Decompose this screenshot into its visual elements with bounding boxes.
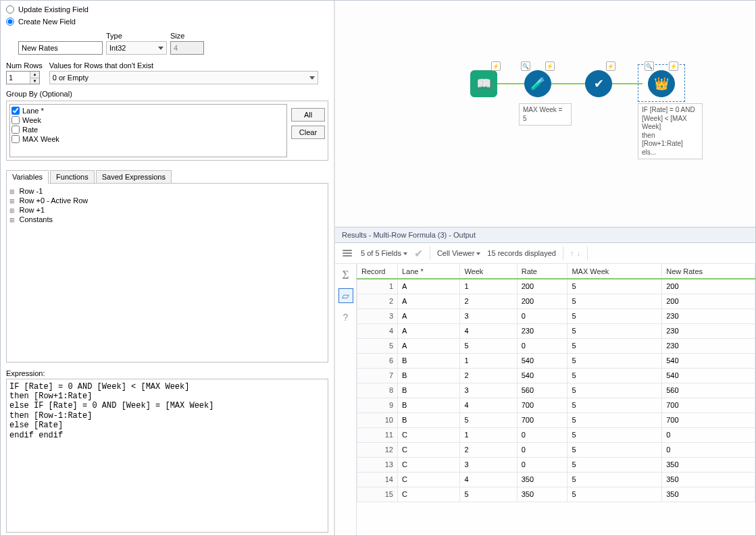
table-cell: B <box>398 368 460 383</box>
tree-node[interactable]: Constants <box>9 215 325 224</box>
table-cell: 700 <box>517 398 568 412</box>
type-select[interactable]: Int32 <box>106 41 167 55</box>
tree-node[interactable]: Row +0 - Active Row <box>9 196 325 205</box>
table-cell: 560 <box>517 383 568 398</box>
groupby-item[interactable]: Week <box>11 115 285 125</box>
table-cell: 9 <box>357 398 398 412</box>
table-cell: 200 <box>662 279 755 294</box>
column-header[interactable]: Rate <box>517 264 568 279</box>
update-existing-radio[interactable] <box>6 5 14 14</box>
table-row[interactable]: 8B35605560 <box>357 383 755 398</box>
workflow-canvas[interactable]: ⚡📖 🔍⚡🧪 ⚡✔ 🔍⚡👑 MAX Week = 5 IF [Rate] = 0… <box>335 1 755 227</box>
table-row[interactable]: 14C43505350 <box>357 472 755 487</box>
column-header[interactable]: MAX Week <box>568 264 662 279</box>
groupby-list[interactable]: Lane *WeekRateMAX Week <box>9 104 287 157</box>
table-row[interactable]: 12C2050 <box>357 442 755 457</box>
table-cell: 200 <box>517 294 568 309</box>
table-cell: 6 <box>357 353 398 368</box>
table-cell: 4 <box>357 323 398 338</box>
table-row[interactable]: 5A505230 <box>357 338 755 353</box>
groupby-item[interactable]: Rate <box>11 125 285 134</box>
table-cell: 350 <box>517 472 568 487</box>
column-header[interactable]: Lane * <box>398 264 460 279</box>
numrows-up[interactable]: ▲ <box>30 72 39 78</box>
groupby-item-label: Lane * <box>22 107 44 115</box>
create-new-radio[interactable] <box>6 18 14 26</box>
table-row[interactable]: 4A42305230 <box>357 323 755 338</box>
table-cell: 0 <box>662 427 755 442</box>
table-cell: 230 <box>662 338 755 353</box>
table-cell: 0 <box>662 442 755 457</box>
groupby-checkbox[interactable] <box>11 135 20 143</box>
chevron-down-icon <box>309 76 315 80</box>
groupby-item[interactable]: Lane * <box>11 106 285 115</box>
table-cell: 1 <box>460 353 517 368</box>
groupby-checkbox[interactable] <box>11 107 20 115</box>
table-cell: 5 <box>568 309 662 323</box>
fields-dropdown[interactable]: 5 of 5 Fields <box>361 249 407 257</box>
table-row[interactable]: 6B15405540 <box>357 353 755 368</box>
tab-saved-expressions[interactable]: Saved Expressions <box>96 170 172 183</box>
table-cell: 15 <box>357 487 398 502</box>
groupby-checkbox[interactable] <box>11 126 20 134</box>
magnify-icon: 🔍 <box>521 61 530 71</box>
sigma-icon[interactable]: ∑ <box>338 267 353 282</box>
check-icon[interactable]: ✔ <box>414 247 423 260</box>
valuesfor-label: Values for Rows that don't Exist <box>49 61 328 70</box>
valuesfor-select[interactable]: 0 or Empty <box>49 71 318 84</box>
variables-tree[interactable]: Row -1Row +0 - Active RowRow +1Constants <box>6 184 328 362</box>
down-arrow-icon[interactable]: ↓ <box>576 249 580 257</box>
table-cell: B <box>398 398 460 412</box>
lightning-icon: ⚡ <box>669 61 678 71</box>
table-cell: 3 <box>357 309 398 323</box>
multi-row-formula-tool[interactable]: 🔍⚡👑 <box>648 70 675 97</box>
table-cell: 540 <box>662 353 755 368</box>
table-cell: B <box>398 353 460 368</box>
table-row[interactable]: 7B25405540 <box>357 368 755 383</box>
table-row[interactable]: 3A305230 <box>357 309 755 323</box>
column-header[interactable]: Week <box>460 264 517 279</box>
table-row[interactable]: 1A12005200 <box>357 279 755 294</box>
tree-node[interactable]: Row -1 <box>9 186 325 196</box>
clear-button[interactable]: Clear <box>291 126 325 139</box>
numrows-down[interactable]: ▼ <box>30 78 39 84</box>
cell-viewer-dropdown[interactable]: Cell Viewer <box>437 249 480 257</box>
all-button[interactable]: All <box>291 108 325 122</box>
table-row[interactable]: 10B57005700 <box>357 412 755 427</box>
layout-icon[interactable] <box>341 246 354 260</box>
tab-variables[interactable]: Variables <box>6 170 49 184</box>
data-icon[interactable]: ▱ <box>338 288 353 303</box>
valuesfor-value: 0 or Empty <box>53 74 89 82</box>
tab-functions[interactable]: Functions <box>50 170 95 183</box>
table-row[interactable]: 9B47005700 <box>357 398 755 412</box>
help-icon[interactable]: ? <box>338 310 353 325</box>
new-field-name-input[interactable] <box>18 41 103 55</box>
size-label: Size <box>170 32 204 40</box>
table-row[interactable]: 15C53505350 <box>357 487 755 502</box>
table-row[interactable]: 13C305350 <box>357 457 755 472</box>
table-cell: 560 <box>662 383 755 398</box>
up-arrow-icon[interactable]: ↑ <box>570 249 574 257</box>
tree-node[interactable]: Row +1 <box>9 205 325 215</box>
formula-annotation: IF [Rate] = 0 AND [Week] < [MAX Week] th… <box>638 103 703 159</box>
groupby-checkbox[interactable] <box>11 116 20 124</box>
chevron-down-icon <box>403 252 407 255</box>
summarize-tool[interactable]: 🔍⚡🧪 <box>524 70 551 97</box>
select-tool[interactable]: ⚡✔ <box>585 70 612 97</box>
numrows-value[interactable] <box>7 72 30 84</box>
table-cell: 7 <box>357 368 398 383</box>
table-cell: 5 <box>568 427 662 442</box>
table-row[interactable]: 11C1050 <box>357 427 755 442</box>
numrows-input[interactable]: ▲▼ <box>6 71 40 84</box>
table-cell: 4 <box>460 323 517 338</box>
groupby-item[interactable]: MAX Week <box>11 134 285 144</box>
column-header[interactable]: New Rates <box>662 264 755 279</box>
table-cell: 0 <box>517 442 568 457</box>
column-header[interactable]: Record <box>357 264 398 279</box>
summarize-annotation: MAX Week = 5 <box>519 103 572 126</box>
expression-editor[interactable]: IF [Rate] = 0 AND [Week] < [MAX Week] th… <box>6 379 328 533</box>
table-row[interactable]: 2A22005200 <box>357 294 755 309</box>
text-input-tool[interactable]: ⚡📖 <box>470 70 497 97</box>
table-cell: C <box>398 487 460 502</box>
table-cell: 0 <box>517 427 568 442</box>
